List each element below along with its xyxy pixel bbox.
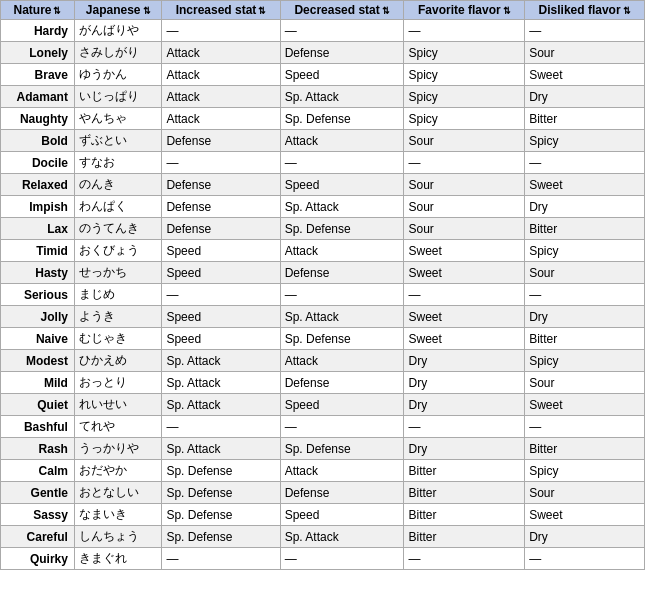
- disliked-flavor-cell: Bitter: [525, 438, 645, 460]
- col-header-japanese[interactable]: Japanese⇅: [74, 1, 161, 20]
- decreased-stat-cell: Sp. Defense: [280, 218, 404, 240]
- increased-stat-cell: Sp. Defense: [162, 460, 280, 482]
- increased-stat-cell: Sp. Attack: [162, 372, 280, 394]
- disliked-flavor-cell: Spicy: [525, 460, 645, 482]
- sort-icon-disliked: ⇅: [623, 6, 631, 16]
- increased-stat-cell: Defense: [162, 218, 280, 240]
- table-row: HastyせっかちSpeedDefenseSweetSour: [1, 262, 645, 284]
- disliked-flavor-cell: Sweet: [525, 64, 645, 86]
- disliked-flavor-cell: —: [525, 152, 645, 174]
- favorite-flavor-cell: Sour: [404, 218, 525, 240]
- col-header-favorite[interactable]: Favorite flavor⇅: [404, 1, 525, 20]
- col-header-decreased[interactable]: Decreased stat⇅: [280, 1, 404, 20]
- decreased-stat-cell: Defense: [280, 262, 404, 284]
- increased-stat-cell: Sp. Attack: [162, 350, 280, 372]
- favorite-flavor-cell: —: [404, 20, 525, 42]
- nature-name-cell: Docile: [1, 152, 75, 174]
- nature-japanese-cell: のうてんき: [74, 218, 161, 240]
- decreased-stat-cell: Defense: [280, 42, 404, 64]
- increased-stat-cell: Sp. Attack: [162, 438, 280, 460]
- col-header-disliked[interactable]: Disliked flavor⇅: [525, 1, 645, 20]
- disliked-flavor-cell: Sour: [525, 372, 645, 394]
- favorite-flavor-cell: —: [404, 416, 525, 438]
- increased-stat-cell: —: [162, 20, 280, 42]
- table-row: Quirkyきまぐれ————: [1, 548, 645, 570]
- decreased-stat-cell: —: [280, 152, 404, 174]
- nature-japanese-cell: おっとり: [74, 372, 161, 394]
- disliked-flavor-cell: —: [525, 20, 645, 42]
- favorite-flavor-cell: —: [404, 284, 525, 306]
- favorite-flavor-cell: Spicy: [404, 86, 525, 108]
- favorite-flavor-cell: —: [404, 548, 525, 570]
- decreased-stat-cell: Speed: [280, 174, 404, 196]
- table-row: LaxのうてんきDefenseSp. DefenseSourBitter: [1, 218, 645, 240]
- nature-japanese-cell: ようき: [74, 306, 161, 328]
- nature-japanese-cell: いじっぱり: [74, 86, 161, 108]
- nature-name-cell: Careful: [1, 526, 75, 548]
- disliked-flavor-cell: Sour: [525, 42, 645, 64]
- favorite-flavor-cell: Spicy: [404, 42, 525, 64]
- disliked-flavor-cell: Spicy: [525, 130, 645, 152]
- table-row: ImpishわんぱくDefenseSp. AttackSourDry: [1, 196, 645, 218]
- favorite-flavor-cell: Dry: [404, 350, 525, 372]
- table-row: BraveゆうかんAttackSpeedSpicySweet: [1, 64, 645, 86]
- decreased-stat-cell: —: [280, 416, 404, 438]
- nature-name-cell: Hardy: [1, 20, 75, 42]
- col-header-nature[interactable]: Nature⇅: [1, 1, 75, 20]
- disliked-flavor-cell: Dry: [525, 196, 645, 218]
- table-row: SassyなまいきSp. DefenseSpeedBitterSweet: [1, 504, 645, 526]
- favorite-flavor-cell: Spicy: [404, 64, 525, 86]
- disliked-flavor-cell: Dry: [525, 526, 645, 548]
- decreased-stat-cell: Attack: [280, 240, 404, 262]
- favorite-flavor-cell: —: [404, 152, 525, 174]
- nature-name-cell: Naive: [1, 328, 75, 350]
- nature-name-cell: Brave: [1, 64, 75, 86]
- nature-japanese-cell: なまいき: [74, 504, 161, 526]
- nature-name-cell: Modest: [1, 350, 75, 372]
- decreased-stat-cell: Speed: [280, 504, 404, 526]
- nature-japanese-cell: やんちゃ: [74, 108, 161, 130]
- increased-stat-cell: —: [162, 284, 280, 306]
- nature-name-cell: Bashful: [1, 416, 75, 438]
- disliked-flavor-cell: Dry: [525, 86, 645, 108]
- disliked-flavor-cell: Sweet: [525, 504, 645, 526]
- decreased-stat-cell: Sp. Defense: [280, 438, 404, 460]
- decreased-stat-cell: Attack: [280, 350, 404, 372]
- increased-stat-cell: Defense: [162, 130, 280, 152]
- increased-stat-cell: Speed: [162, 306, 280, 328]
- favorite-flavor-cell: Sour: [404, 196, 525, 218]
- favorite-flavor-cell: Sour: [404, 174, 525, 196]
- table-row: NaughtyやんちゃAttackSp. DefenseSpicyBitter: [1, 108, 645, 130]
- increased-stat-cell: Sp. Defense: [162, 526, 280, 548]
- table-row: ModestひかえめSp. AttackAttackDrySpicy: [1, 350, 645, 372]
- decreased-stat-cell: Sp. Attack: [280, 86, 404, 108]
- nature-japanese-cell: がんばりや: [74, 20, 161, 42]
- decreased-stat-cell: Defense: [280, 372, 404, 394]
- increased-stat-cell: —: [162, 548, 280, 570]
- table-body: Hardyがんばりや————LonelyさみしがりAttackDefenseSp…: [1, 20, 645, 570]
- nature-japanese-cell: ひかえめ: [74, 350, 161, 372]
- table-row: Docileすなお————: [1, 152, 645, 174]
- nature-name-cell: Lonely: [1, 42, 75, 64]
- table-row: QuietれいせいSp. AttackSpeedDrySweet: [1, 394, 645, 416]
- decreased-stat-cell: —: [280, 548, 404, 570]
- sort-icon-increased: ⇅: [258, 6, 266, 16]
- disliked-flavor-cell: Spicy: [525, 350, 645, 372]
- disliked-flavor-cell: Spicy: [525, 240, 645, 262]
- nature-name-cell: Hasty: [1, 262, 75, 284]
- table-row: RelaxedのんきDefenseSpeedSourSweet: [1, 174, 645, 196]
- nature-japanese-cell: まじめ: [74, 284, 161, 306]
- nature-name-cell: Gentle: [1, 482, 75, 504]
- disliked-flavor-cell: Bitter: [525, 328, 645, 350]
- nature-japanese-cell: きまぐれ: [74, 548, 161, 570]
- increased-stat-cell: Sp. Defense: [162, 504, 280, 526]
- favorite-flavor-cell: Bitter: [404, 482, 525, 504]
- nature-japanese-cell: ずぶとい: [74, 130, 161, 152]
- disliked-flavor-cell: Sour: [525, 482, 645, 504]
- decreased-stat-cell: Attack: [280, 460, 404, 482]
- nature-japanese-cell: おだやか: [74, 460, 161, 482]
- col-header-increased[interactable]: Increased stat⇅: [162, 1, 280, 20]
- table-row: LonelyさみしがりAttackDefenseSpicySour: [1, 42, 645, 64]
- nature-name-cell: Sassy: [1, 504, 75, 526]
- decreased-stat-cell: Sp. Defense: [280, 108, 404, 130]
